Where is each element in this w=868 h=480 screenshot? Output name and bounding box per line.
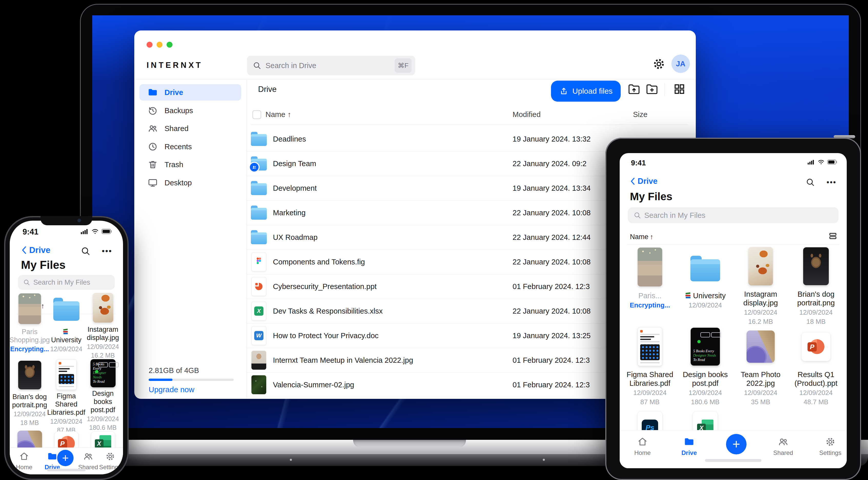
select-all-checkbox[interactable]	[252, 110, 261, 119]
photo-thumbnail	[638, 247, 662, 286]
file-cell[interactable]: Instagram display.jpg 12/09/2024 16.2 MB	[733, 245, 788, 325]
nav-settings[interactable]: Settings	[819, 437, 842, 456]
search-icon	[633, 211, 641, 219]
shared-badge-icon	[249, 162, 259, 173]
drive-search-input[interactable]: Search in Drive ⌘F	[247, 56, 415, 75]
home-indicator[interactable]	[47, 469, 86, 471]
file-cell[interactable]: Instagram display.jpg 12/09/2024 16.2 MB	[85, 292, 121, 359]
encrypting-status: Encrypting...	[630, 301, 670, 309]
pdf-thumbnail	[638, 327, 662, 366]
sidebar-item-shared[interactable]: Shared	[140, 120, 241, 137]
file-cell[interactable]: Team Photo 2022.jpg 12/09/2024 35 MB	[733, 325, 788, 406]
folder-cell[interactable]: University 12/09/2024	[678, 245, 733, 325]
folder-icon	[250, 225, 267, 250]
list-view-toggle-icon[interactable]	[828, 232, 837, 241]
people-icon	[148, 124, 158, 134]
header-actions: •••	[806, 178, 836, 187]
photo-thumbnail	[250, 373, 267, 397]
signal-icon	[807, 159, 815, 165]
window-controls[interactable]	[147, 42, 173, 47]
nav-settings[interactable]: Settings	[99, 451, 122, 471]
grid-view-icon[interactable]	[673, 83, 686, 96]
bottom-nav-bar: Home Drive + Shared Settings	[10, 447, 123, 474]
photo-thumbnail	[250, 348, 267, 373]
folder-icon	[690, 259, 720, 281]
minimize-window-icon[interactable]	[157, 42, 162, 47]
battery-icon	[101, 228, 112, 235]
file-cell[interactable]: Paris... Encrypting...	[622, 245, 678, 325]
home-icon	[19, 451, 29, 461]
sidebar-item-recents[interactable]: Recents	[140, 138, 241, 155]
sidebar-item-drive[interactable]: Drive	[140, 84, 241, 101]
more-menu-icon[interactable]: •••	[102, 247, 112, 255]
home-indicator[interactable]	[705, 459, 762, 462]
column-header-modified[interactable]: Modified	[513, 110, 541, 119]
upload-folder-icon[interactable]	[627, 83, 641, 96]
gear-icon	[825, 437, 836, 447]
user-avatar[interactable]: JA	[672, 55, 690, 73]
photo-thumbnail	[746, 331, 775, 363]
storage-usage-text: 2.81GB of 4GB	[149, 366, 199, 375]
nav-home[interactable]: Home	[631, 437, 654, 456]
nav-drive[interactable]: Drive	[678, 437, 701, 456]
folder-icon	[47, 451, 57, 461]
more-menu-icon[interactable]: •••	[827, 178, 836, 186]
status-time: 9:41	[631, 159, 646, 167]
search-icon[interactable]	[806, 178, 815, 187]
trash-icon	[148, 160, 158, 170]
status-icons	[81, 228, 112, 235]
column-header-name[interactable]: Name ↑	[266, 110, 291, 119]
add-button[interactable]: +	[726, 434, 746, 454]
file-cell[interactable]: 5 Books EveryDesigner NeedsTo Read Desig…	[678, 325, 733, 406]
close-window-icon[interactable]	[147, 42, 153, 47]
file-cell[interactable]: Brian's dog portrait.png 12/09/2024 18 M…	[788, 245, 844, 325]
back-button[interactable]: Drive	[21, 245, 51, 255]
file-cell[interactable]: P Results Q1 (Product).ppt 12/09/2024 48…	[788, 325, 844, 406]
search-icon[interactable]	[81, 246, 90, 256]
screw-dot	[290, 459, 292, 461]
search-input[interactable]: Search in My Files	[628, 207, 839, 223]
sidebar-item-backups[interactable]: Backups	[140, 102, 241, 119]
monitor-icon	[148, 178, 158, 188]
gear-icon	[105, 451, 115, 461]
upload-files-button[interactable]: Upload files	[551, 81, 621, 102]
file-cell[interactable]: Figma Shared Libraries.pdf 12/09/2024 87…	[622, 325, 678, 406]
file-cell[interactable]: Paris Shopping.jpg Encrypting...	[11, 292, 48, 359]
photo-thumbnail	[93, 293, 113, 322]
photo-thumbnail	[18, 361, 41, 389]
zoom-window-icon[interactable]	[166, 42, 173, 47]
sidebar-item-trash[interactable]: Trash	[140, 157, 241, 173]
screw-dot	[543, 459, 545, 461]
search-icon	[23, 279, 30, 286]
status-icons	[807, 159, 837, 165]
sort-arrow-icon: ↑	[287, 110, 291, 118]
sidebar-item-label: Shared	[164, 125, 189, 133]
folder-icon	[250, 176, 267, 200]
word-file-icon: W	[250, 323, 267, 348]
upgrade-now-link[interactable]: Upgrade now	[149, 385, 194, 394]
nav-home[interactable]: Home	[13, 451, 35, 471]
sidebar-item-desktop[interactable]: Desktop	[140, 175, 241, 191]
bottom-nav-bar: Home Drive + Shared Settings	[620, 430, 847, 468]
nav-shared[interactable]: Shared	[772, 437, 795, 456]
nav-shared[interactable]: Shared	[77, 451, 99, 471]
sort-by-name[interactable]: Name↑	[630, 233, 653, 241]
file-cell[interactable]: 5 Books EveryDesigner NeedsTo Read Desig…	[85, 359, 121, 426]
backup-history-icon	[148, 105, 158, 116]
back-button[interactable]: Drive	[630, 177, 658, 186]
search-icon	[253, 61, 261, 70]
column-header-size[interactable]: Size	[633, 110, 647, 119]
book-cover-thumbnail: 5 Books EveryDesigner NeedsTo Read	[90, 359, 116, 387]
photo-thumbnail	[748, 247, 773, 285]
table-header-divider	[251, 125, 688, 125]
folder-cell[interactable]: University 12/09/2024	[48, 292, 85, 359]
settings-gear-icon[interactable]	[652, 58, 665, 70]
add-button[interactable]: +	[57, 450, 73, 466]
new-folder-icon[interactable]	[645, 83, 659, 96]
storage-progress-fill	[149, 379, 173, 381]
file-cell[interactable]: Brian's dog portrait.png 12/09/2024 18 M…	[11, 359, 48, 426]
page-title: My Files	[21, 259, 66, 271]
search-input[interactable]: Search in My Files	[18, 275, 115, 290]
file-cell[interactable]: Figma Shared Libraries.pdf 12/09/2024 87…	[48, 359, 85, 426]
excel-file-icon: X	[250, 299, 267, 323]
